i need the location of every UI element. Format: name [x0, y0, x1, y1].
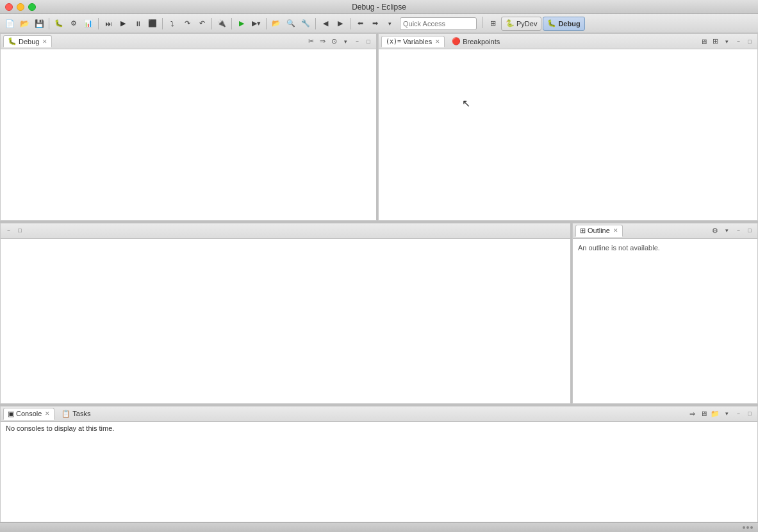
save-btn[interactable]: 💾: [32, 17, 46, 31]
sep6: [266, 18, 267, 29]
status-dot-2: [746, 526, 749, 529]
debug-minimize[interactable]: －: [352, 36, 362, 47]
close-button[interactable]: [5, 3, 13, 11]
nav-dropdown-btn[interactable]: ▾: [383, 17, 397, 31]
vars-maximize[interactable]: □: [745, 36, 755, 47]
minimize-button[interactable]: [17, 3, 24, 11]
vars-minimize[interactable]: －: [733, 36, 743, 47]
console-tab-icon: ▣: [8, 410, 14, 418]
open-type-btn[interactable]: 📂: [269, 17, 283, 31]
console-maximize[interactable]: □: [745, 408, 755, 419]
vars-action-1[interactable]: 🖥: [698, 36, 709, 47]
editor-minimize[interactable]: －: [3, 225, 13, 236]
main-toolbar: 📄 📂 💾 🐛 ⚙ 📊 ⏭ ▶ ⏸ ⬛ ⤵ ↷ ↶ 🔌 ▶ ▶▾ 📂 🔍 🔧 ◀…: [0, 14, 758, 33]
vars-action-2[interactable]: ⊞: [710, 36, 720, 47]
status-bar: [0, 522, 758, 532]
outline-message: An outline is not available.: [573, 239, 757, 257]
breakpoints-tab[interactable]: 🔴 Breakpoints: [447, 35, 504, 47]
middle-section: － □ ⊞ Outline ✕ ⚙ ▾ － □: [0, 223, 758, 406]
window-controls[interactable]: [5, 3, 36, 11]
console-message: No consoles to display at this time.: [1, 422, 757, 474]
outline-minimize[interactable]: －: [733, 225, 743, 236]
suspend-btn[interactable]: ⏸: [131, 17, 145, 31]
top-panels: 🐛 Debug ✕ ✂ ⇒ ⊙ ▾ － □ (x)=: [0, 33, 758, 223]
refactor-btn[interactable]: 🔧: [299, 17, 313, 31]
sep2: [98, 18, 99, 29]
vars-panel-header: (x)= Variables ✕ 🔴 Breakpoints 🖥 ⊞ ▾ － □: [379, 34, 757, 49]
console-tab[interactable]: ▣ Console ✕: [3, 408, 54, 420]
window-title: Debug - Eclipse: [352, 3, 406, 12]
run-config-btn[interactable]: ▶▾: [249, 17, 263, 31]
run-last-btn[interactable]: ▶: [235, 17, 249, 31]
outline-tab[interactable]: ⊞ Outline ✕: [575, 225, 623, 237]
outline-panel: ⊞ Outline ✕ ⚙ ▾ － □ An outline is not av…: [572, 223, 758, 404]
debug-maximize[interactable]: □: [363, 36, 374, 47]
forward-btn[interactable]: ▶: [333, 17, 347, 31]
sep5: [231, 18, 232, 29]
debug-panel-content: [1, 49, 376, 220]
outline-content: An outline is not available.: [573, 239, 757, 403]
open-perspective-btn[interactable]: ⊞: [486, 17, 500, 31]
console-section: ▣ Console ✕ 📋 Tasks ⇒ 🖥 📁 ▾ － □ No conso…: [0, 406, 758, 522]
console-minimize[interactable]: －: [733, 408, 743, 419]
skip-all-btn[interactable]: ⏭: [101, 17, 115, 31]
debug-action-2[interactable]: ⇒: [317, 36, 327, 47]
step-over-btn[interactable]: ↷: [180, 17, 194, 31]
maximize-button[interactable]: [28, 3, 36, 11]
variables-tab-icon: (x)=: [386, 38, 401, 45]
outline-panel-header: ⊞ Outline ✕ ⚙ ▾ － □: [573, 223, 757, 239]
run-btn[interactable]: ⚙: [67, 17, 81, 31]
console-action-3[interactable]: 📁: [710, 408, 720, 419]
status-indicator: [743, 526, 753, 529]
status-dot-3: [750, 526, 753, 529]
vars-panel-actions: 🖥 ⊞ ▾ － □: [698, 36, 755, 47]
breakpoints-tab-icon: 🔴: [452, 37, 461, 45]
cursor-indicator: ↖: [462, 97, 470, 109]
console-content[interactable]: [1, 474, 757, 522]
back-btn[interactable]: ◀: [318, 17, 333, 31]
vars-action-dropdown[interactable]: ▾: [721, 36, 732, 47]
debug-action-dropdown[interactable]: ▾: [340, 36, 350, 47]
nav-back-btn[interactable]: ⬅: [353, 17, 367, 31]
debug-tab-close[interactable]: ✕: [42, 38, 47, 45]
nav-forward-btn[interactable]: ➡: [368, 17, 382, 31]
console-panel-header: ▣ Console ✕ 📋 Tasks ⇒ 🖥 📁 ▾ － □: [1, 407, 757, 422]
debug-tab[interactable]: 🐛 Debug ✕: [3, 35, 52, 47]
quick-access-input[interactable]: [400, 17, 477, 30]
resume-btn[interactable]: ▶: [116, 17, 130, 31]
search-btn[interactable]: 🔍: [284, 17, 298, 31]
step-into-btn[interactable]: ⤵: [165, 17, 179, 31]
open-btn[interactable]: 📂: [17, 17, 31, 31]
perspective-buttons: ⊞ 🐍 PyDev 🐛 Debug: [480, 17, 585, 31]
pydev-perspective-btn[interactable]: 🐍 PyDev: [501, 17, 541, 31]
console-action-1[interactable]: ⇒: [687, 408, 697, 419]
debug-action-3[interactable]: ⊙: [329, 36, 339, 47]
editor-maximize[interactable]: □: [15, 225, 25, 236]
step-return-btn[interactable]: ↶: [195, 17, 209, 31]
coverage-btn[interactable]: 📊: [81, 17, 95, 31]
disconnect-btn[interactable]: 🔌: [215, 17, 229, 31]
debug-perspective-btn[interactable]: 🐛 Debug: [543, 17, 584, 31]
debug-action-1[interactable]: ✂: [306, 36, 316, 47]
console-tab-close[interactable]: ✕: [45, 410, 50, 417]
new-btn[interactable]: 📄: [3, 17, 17, 31]
debug-panel-header: 🐛 Debug ✕ ✂ ⇒ ⊙ ▾ － □: [1, 34, 376, 49]
outline-tab-icon: ⊞: [580, 227, 586, 235]
debug-btn[interactable]: 🐛: [52, 17, 66, 31]
outline-maximize[interactable]: □: [745, 225, 755, 236]
editor-content[interactable]: [1, 239, 570, 403]
variables-tab[interactable]: (x)= Variables ✕: [381, 36, 445, 47]
variables-tab-close[interactable]: ✕: [435, 38, 440, 45]
outline-action-1[interactable]: ⚙: [710, 225, 720, 236]
title-bar: Debug - Eclipse: [0, 0, 758, 14]
sep3: [162, 18, 163, 29]
outline-tab-close[interactable]: ✕: [613, 227, 618, 234]
sep8: [350, 18, 350, 29]
terminate-btn[interactable]: ⬛: [145, 17, 160, 31]
console-action-2[interactable]: 🖥: [698, 408, 709, 419]
tasks-tab[interactable]: 📋 Tasks: [57, 408, 95, 420]
console-action-dropdown[interactable]: ▾: [721, 408, 732, 419]
tasks-tab-icon: 📋: [62, 410, 70, 418]
debug-tab-icon: 🐛: [8, 37, 17, 45]
outline-action-dropdown[interactable]: ▾: [721, 225, 732, 236]
